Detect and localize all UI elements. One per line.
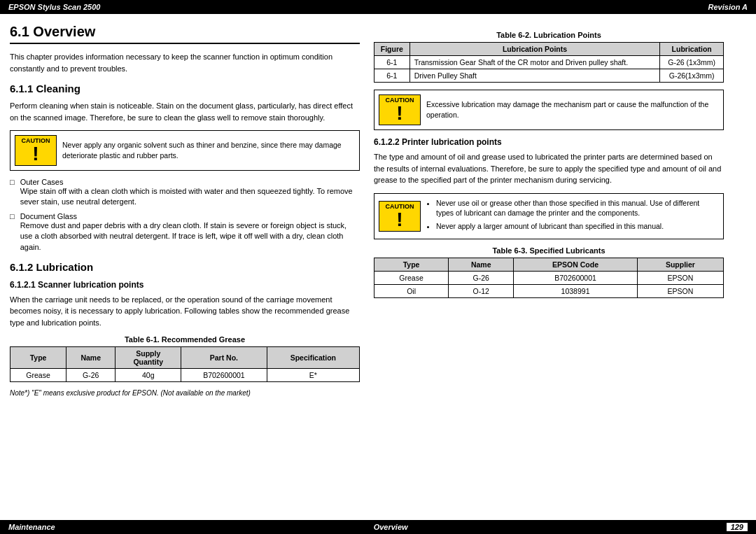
table1-partno: B702600001 (181, 369, 267, 382)
caution-label-1: CAUTION ! (15, 135, 57, 166)
caution3-item2: Never apply a larger amount of lubricant… (436, 221, 719, 232)
document-glass-desc: Remove dust and paper debris with a dry … (20, 220, 360, 253)
table2-row2-fig: 6-1 (374, 69, 410, 83)
right-column: Table 6-2. Lubrication Points Figure Lub… (374, 24, 724, 404)
table2-col-lubrication: Lubrication (660, 43, 724, 56)
outer-cases-title: Outer Cases (20, 178, 360, 186)
table1-spec: E* (267, 369, 359, 382)
table1-col-supply: SupplyQuantity (115, 347, 181, 369)
page-intro: This chapter provides information necess… (10, 51, 360, 74)
header-left: EPSON Stylus Scan 2500 (8, 3, 100, 11)
table2-row1-fig: 6-1 (374, 56, 410, 69)
table2-col-figure: Figure (374, 43, 410, 56)
outer-cases-desc: Wipe stain off with a clean cloth which … (20, 186, 360, 208)
caution-exclaim-3: ! (396, 210, 402, 230)
table-row: Grease G-26 B702600001 EPSON (374, 271, 724, 284)
table2-row2-lub: G-26(1x3mm) (660, 69, 724, 83)
table3-row2-supplier: EPSON (637, 284, 723, 297)
page-title: 6.1 Overview (10, 24, 360, 44)
table3-row1-supplier: EPSON (637, 271, 723, 284)
table-row: 6-1 Transmission Gear Shaft of the CR mo… (374, 56, 724, 69)
caution-exclaim-2: ! (396, 104, 402, 123)
table3-col-type: Type (374, 258, 449, 271)
table2-row2-points: Driven Pulley Shaft (410, 69, 660, 83)
caution-text-1: Never apply any organic solvent such as … (62, 140, 355, 160)
table3-row1-type: Grease (374, 271, 449, 284)
table3-row2-code: 1038991 (514, 284, 638, 297)
table1-name: G-26 (66, 369, 115, 382)
table-specified-lubricants: Type Name EPSON Code Supplier Grease G-2… (374, 258, 724, 298)
table3-row2-name: O-12 (449, 284, 514, 297)
caution-box-1: CAUTION ! Never apply any organic solven… (10, 130, 360, 171)
caution-box-3: CAUTION ! Never use oil or grease other … (374, 193, 724, 239)
table-row: 6-1 Driven Pulley Shaft G-26(1x3mm) (374, 69, 724, 83)
bullet-item-outer-cases: Outer Cases Wipe stain off with a clean … (20, 178, 360, 208)
footer-center: Overview (374, 523, 408, 531)
table1-supply: 40g (115, 369, 181, 382)
document-glass-title: Document Glass (20, 212, 360, 220)
table1-type: Grease (10, 369, 66, 382)
bullet-item-document-glass: Document Glass Remove dust and paper deb… (20, 212, 360, 253)
table1-col-partno: Part No. (181, 347, 267, 369)
scanner-lubrication-intro: When the carriage unit needs to be repla… (10, 294, 360, 329)
scanner-lubrication-title: 6.1.2.1 Scanner lubrication points (10, 280, 360, 290)
printer-lubrication-intro: The type and amount of oil and grease us… (374, 151, 724, 186)
table3-row1-name: G-26 (449, 271, 514, 284)
list-item: Outer Cases Wipe stain off with a clean … (10, 178, 360, 208)
caution-label-3: CAUTION ! (379, 201, 421, 232)
caution-exclaim-1: ! (32, 144, 38, 164)
table3-row2-type: Oil (374, 284, 449, 297)
table3-row1-code: B702600001 (514, 271, 638, 284)
table-row: Oil O-12 1038991 EPSON (374, 284, 724, 297)
table-recommended-grease: Type Name SupplyQuantity Part No. Specif… (10, 346, 360, 382)
section-cleaning-title: 6.1.1 Cleaning (10, 83, 360, 94)
cleaning-bullet-list: Outer Cases Wipe stain off with a clean … (10, 178, 360, 253)
table2-col-lubpoints: Lubrication Points (410, 43, 660, 56)
table-row: Grease G-26 40g B702600001 E* (10, 369, 360, 382)
table1-title: Table 6-1. Recommended Grease (10, 335, 360, 344)
caution-text-2: Excessive lubrication may damage the mec… (426, 99, 719, 120)
printer-lubrication-title: 6.1.2.2 Printer lubrication points (374, 137, 724, 147)
table1-col-type: Type (10, 347, 66, 369)
left-column: 6.1 Overview This chapter provides infor… (10, 24, 360, 404)
section-lubrication-title: 6.1.2 Lubrication (10, 261, 360, 273)
table2-row1-points: Transmission Gear Shaft of the CR motor … (410, 56, 660, 69)
table3-col-supplier: Supplier (637, 258, 723, 271)
footer-left: Maintenance (8, 523, 55, 531)
caution-label-2: CAUTION ! (379, 94, 421, 125)
table3-col-name: Name (449, 258, 514, 271)
caution-text-3: Never use oil or grease other than those… (426, 198, 719, 234)
header-right: Revision A (708, 3, 748, 11)
table-lubrication-points: Figure Lubrication Points Lubrication 6-… (374, 42, 724, 83)
page-header: EPSON Stylus Scan 2500 Revision A (0, 0, 756, 14)
table3-col-code: EPSON Code (514, 258, 638, 271)
table2-title: Table 6-2. Lubrication Points (374, 31, 724, 39)
caution3-item1: Never use oil or grease other than those… (436, 198, 719, 218)
page-footer: Maintenance Overview 129 (0, 520, 756, 534)
list-item: Document Glass Remove dust and paper deb… (10, 212, 360, 253)
main-content: 6.1 Overview This chapter provides infor… (0, 14, 756, 432)
caution-box-2: CAUTION ! Excessive lubrication may dama… (374, 90, 724, 130)
table2-row1-lub: G-26 (1x3mm) (660, 56, 724, 69)
table1-note: Note*) "E" means exclusive product for E… (10, 388, 360, 398)
table1-col-spec: Specification (267, 347, 359, 369)
cleaning-intro: Perform cleaning when stain is noticeabl… (10, 100, 360, 123)
table3-title: Table 6-3. Specified Lubricants (374, 246, 724, 255)
footer-page: 129 (727, 523, 748, 531)
table1-col-name: Name (66, 347, 115, 369)
